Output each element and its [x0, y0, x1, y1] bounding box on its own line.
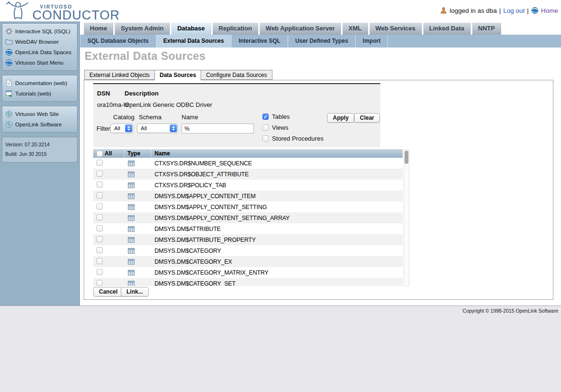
table-icon	[127, 228, 135, 234]
main-tab-web-services[interactable]: Web Services	[369, 22, 422, 35]
sub-tab-user-defined-types[interactable]: User Defined Types	[288, 35, 356, 48]
main-tab-replication[interactable]: Replication	[213, 22, 258, 35]
table-row: DMSYS.DM$CATEGORY_SET	[93, 278, 403, 286]
row-checkbox[interactable]	[97, 160, 103, 166]
row-checkbox[interactable]	[97, 182, 103, 188]
table-icon	[127, 239, 135, 245]
scrollbar-thumb[interactable]	[405, 151, 408, 164]
main-tab-linked-data[interactable]: Linked Data	[423, 22, 471, 35]
panel-tab-data-sources[interactable]: Data Sources	[155, 70, 202, 80]
row-select-cell	[93, 280, 125, 287]
main-tab-system-admin[interactable]: System Admin	[115, 22, 170, 35]
row-type-cell	[125, 214, 151, 222]
content-area: External Data Sources External Linked Ob…	[80, 48, 561, 306]
row-checkbox[interactable]	[97, 214, 103, 220]
tables-checkbox[interactable]: ✓	[262, 114, 269, 120]
main-tab-xml[interactable]: XML	[342, 22, 368, 35]
catalog-select[interactable]: All	[110, 124, 133, 133]
row-checkbox[interactable]	[97, 203, 103, 210]
panel-tab-bar: External Linked ObjectsData SourcesConfi…	[84, 70, 272, 80]
row-checkbox[interactable]	[97, 258, 103, 264]
row-type-cell	[125, 247, 151, 255]
sidebar-item-openlink-software[interactable]: OpenLink Software	[4, 119, 76, 130]
select-all-header-cell: All	[93, 149, 125, 158]
copyright-text: Copyright © 1998-2015 OpenLink Software	[463, 308, 558, 314]
link-button[interactable]: Link...	[121, 287, 149, 296]
row-checkbox[interactable]	[97, 192, 103, 199]
schema-select[interactable]: All	[137, 124, 178, 133]
swirl-globe-icon	[5, 59, 13, 67]
sidebar-item-webdav-browser[interactable]: WebDAV Browser	[4, 37, 76, 47]
swirl-globe-icon	[5, 48, 13, 56]
sidebar-item-label: OpenLink Data Spaces	[15, 49, 71, 55]
row-object-name: CTXSYS.DR$POLICY_TAB	[151, 182, 403, 189]
session-bar: logged in as dba | Log out | Home	[440, 7, 558, 14]
row-checkbox[interactable]	[97, 171, 103, 177]
sub-tab-sql-database-objects[interactable]: SQL Database Objects	[80, 35, 156, 48]
row-checkbox[interactable]	[97, 280, 103, 286]
description-header: Description	[125, 90, 159, 97]
sidebar-group-1: Interactive SQL (ISQL)WebDAV BrowserOpen…	[2, 23, 77, 71]
object-type-row-stored-procedures: Stored Procedures	[262, 135, 323, 142]
version-box: Version: 07.20.3214 Build: Jun 30 2015	[2, 137, 77, 163]
separator: |	[527, 7, 529, 14]
stored-procedures-checkbox[interactable]	[262, 135, 269, 142]
sidebar-item-label: WebDAV Browser	[15, 39, 59, 45]
logo-text: VIRTUOSO CONDUCTOR	[32, 0, 120, 23]
row-type-cell	[125, 182, 151, 189]
table-row: DMSYS.DM$CATEGORY_EX	[93, 256, 403, 267]
main-tab-nntp[interactable]: NNTP	[472, 22, 501, 35]
row-object-name: DMSYS.DM$APPLY_CONTENT_ITEM	[151, 193, 403, 200]
logo-conductor-label: CONDUCTOR	[32, 8, 120, 23]
description-value: OpenLink Generic ODBC Driver	[125, 101, 212, 108]
row-select-cell	[93, 225, 125, 233]
select-all-checkbox[interactable]	[97, 151, 103, 157]
sidebar-item-tutorials-web[interactable]: Tutorials (web)	[4, 88, 76, 99]
cancel-button[interactable]: Cancel	[93, 287, 123, 296]
sub-tab-bar: SQL Database ObjectsExternal Data Source…	[80, 35, 561, 48]
row-checkbox[interactable]	[97, 225, 103, 231]
panel-tab-external-linked-objects[interactable]: External Linked Objects	[84, 70, 155, 80]
sidebar-item-openlink-data-spaces[interactable]: OpenLink Data Spaces	[4, 47, 76, 57]
sidebar-item-label: Virtuoso Start Menu	[15, 60, 63, 66]
sidebar-item-virtuoso-web-site[interactable]: Virtuoso Web Site	[4, 109, 76, 119]
table-icon	[127, 184, 135, 191]
app-header: VIRTUOSO CONDUCTOR logged in as dba | Lo…	[0, 0, 561, 21]
name-filter-input[interactable]	[182, 124, 254, 134]
sub-tab-import[interactable]: Import	[356, 35, 388, 48]
sub-tab-interactive-sql[interactable]: Interactive SQL	[232, 35, 288, 48]
main-tab-bar: HomeSystem AdminDatabaseReplicationWeb A…	[84, 22, 501, 35]
stored-procedures-checkbox-label: Stored Procedures	[272, 135, 323, 142]
results-table-header: All Type Name	[93, 149, 403, 158]
home-link[interactable]: Home	[541, 7, 558, 14]
logout-link[interactable]: Log out	[503, 7, 524, 14]
table-row: DMSYS.DM$CATEGORY	[93, 245, 403, 256]
row-select-cell	[93, 269, 125, 277]
tables-checkbox-label: Tables	[272, 113, 290, 120]
table-row: DMSYS.DM$APPLY_CONTENT_SETTING	[93, 201, 403, 212]
clear-button[interactable]: Clear	[354, 113, 380, 123]
main-tab-web-application-server[interactable]: Web Application Server	[260, 22, 341, 35]
views-checkbox[interactable]	[262, 124, 269, 131]
earth-globe-icon	[5, 110, 13, 118]
main-tab-home[interactable]: Home	[84, 22, 113, 35]
sidebar-item-interactive-sql-isql[interactable]: Interactive SQL (ISQL)	[4, 26, 76, 37]
row-checkbox[interactable]	[97, 247, 103, 253]
gear-icon	[5, 28, 13, 35]
sidebar-item-virtuoso-start-menu[interactable]: Virtuoso Start Menu	[4, 57, 76, 68]
swirl-globe-icon	[531, 7, 539, 14]
table-row: DMSYS.DM$APPLY_CONTENT_SETTING_ARRAY	[93, 212, 403, 223]
row-checkbox[interactable]	[97, 236, 103, 242]
row-type-cell	[125, 236, 151, 244]
sidebar-group-2: Documentation (web)Tutorials (web)	[2, 75, 77, 102]
table-row: DMSYS.DM$ATTRIBUTE	[93, 223, 403, 234]
panel-tab-configure-data-sources[interactable]: Configure Data Sources	[201, 70, 272, 80]
sidebar-item-label: Tutorials (web)	[15, 91, 51, 96]
row-type-cell	[125, 160, 151, 167]
sub-tab-external-data-sources[interactable]: External Data Sources	[156, 35, 232, 48]
apply-button[interactable]: Apply	[327, 113, 354, 123]
table-scrollbar[interactable]	[404, 149, 409, 286]
main-tab-database[interactable]: Database	[171, 22, 211, 35]
sidebar-item-documentation-web[interactable]: Documentation (web)	[4, 78, 76, 88]
row-checkbox[interactable]	[97, 269, 103, 275]
